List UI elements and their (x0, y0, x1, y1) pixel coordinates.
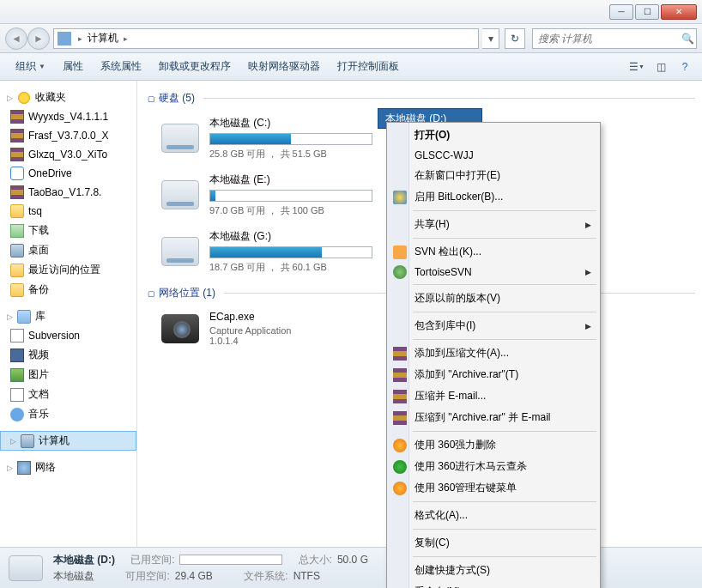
window-titlebar: ─ ☐ ✕ (0, 0, 702, 24)
status-subtitle: 本地磁盘 (53, 569, 94, 584)
status-used-label: 已用空间: (130, 553, 174, 567)
ctx-bitlocker[interactable]: 启用 BitLocker(B)... (389, 186, 598, 208)
ctx-add-archive[interactable]: 添加到压缩文件(A)... (389, 342, 598, 364)
archive-icon (393, 368, 407, 382)
ctx-share[interactable]: 共享(H)▶ (389, 214, 598, 235)
search-box[interactable]: 🔍 (532, 28, 697, 49)
ctx-add-archive-rar[interactable]: 添加到 "Archive.rar"(T) (389, 364, 598, 385)
document-icon (10, 329, 24, 342)
usage-bar (209, 190, 372, 202)
tree-item[interactable]: Frasf_V3.7.0.0_X (0, 126, 136, 145)
tree-network[interactable]: ▷网络 (0, 458, 136, 477)
library-icon (17, 310, 31, 324)
status-total-value: 50.0 G (337, 554, 368, 566)
computer-icon (57, 32, 71, 45)
status-fs-label: 文件系统: (244, 569, 287, 584)
ctx-copy[interactable]: 复制(C) (389, 532, 598, 554)
usage-bar (209, 133, 372, 145)
360-icon (393, 460, 407, 474)
uninstall-button[interactable]: 卸载或更改程序 (150, 56, 239, 77)
network-icon (17, 461, 31, 475)
tree-item[interactable]: Glxzq_V3.0_XiTo (0, 145, 136, 164)
ctx-svn-checkout[interactable]: SVN 检出(K)... (389, 241, 598, 263)
map-network-drive-button[interactable]: 映射网络驱动器 (239, 56, 329, 77)
item-title: ECap.exe (209, 311, 372, 323)
svn-icon (393, 246, 407, 259)
tree-item[interactable]: TaoBao_V1.7.8. (0, 183, 136, 202)
search-input[interactable] (533, 33, 679, 45)
tree-item[interactable]: 视频 (0, 345, 136, 365)
tree-item[interactable]: tsq (0, 202, 136, 221)
ctx-360-scan[interactable]: 使用 360进行木马云查杀 (389, 456, 598, 477)
ctx-zip-archive-email[interactable]: 压缩到 "Archive.rar" 并 E-mail (389, 407, 598, 428)
drive-free-text: 97.0 GB 可用 ， 共 100 GB (209, 204, 372, 217)
system-properties-button[interactable]: 系统属性 (92, 56, 150, 77)
ctx-restore-versions[interactable]: 还原以前的版本(V) (389, 288, 598, 309)
ctx-360-manage[interactable]: 使用 360管理右键菜单 (389, 477, 598, 499)
tree-item[interactable]: 音乐 (0, 404, 136, 424)
control-panel-button[interactable]: 打开控制面板 (329, 56, 408, 77)
back-button[interactable]: ◄ (5, 27, 27, 50)
command-toolbar: 组织▼ 属性 系统属性 卸载或更改程序 映射网络驱动器 打开控制面板 ☰▼ ◫ … (0, 53, 702, 81)
ctx-open[interactable]: 打开(O) (389, 124, 598, 146)
tree-item[interactable]: 图片 (0, 365, 136, 385)
ctx-zip-email[interactable]: 压缩并 E-mail... (389, 385, 598, 407)
ctx-glscc[interactable]: GLSCC-WJJ (389, 146, 598, 165)
status-title: 本地磁盘 (D:) (53, 553, 115, 567)
tree-item[interactable]: Subversion (0, 326, 136, 345)
tree-item[interactable]: 最近访问的位置 (0, 260, 136, 280)
help-icon[interactable]: ? (675, 57, 695, 77)
minimize-button[interactable]: ─ (609, 4, 633, 20)
search-icon[interactable]: 🔍 (679, 33, 696, 45)
ctx-tortoisesvn[interactable]: TortoiseSVN▶ (389, 263, 598, 282)
tree-item[interactable]: 文档 (0, 385, 136, 404)
usage-bar (209, 246, 372, 258)
360-icon (393, 439, 407, 452)
camera-icon (161, 314, 199, 343)
onedrive-icon (10, 167, 24, 180)
tree-item[interactable]: 桌面 (0, 240, 136, 260)
tree-item[interactable]: 备份 (0, 280, 136, 300)
preview-pane-icon[interactable]: ◫ (651, 57, 671, 77)
forward-button[interactable]: ► (27, 27, 50, 50)
status-fs-value: NTFS (294, 570, 320, 582)
tree-item[interactable]: 下载 (0, 221, 136, 240)
ctx-360-delete[interactable]: 使用 360强力删除 (389, 434, 598, 456)
shield-icon (393, 191, 407, 204)
ctx-format[interactable]: 格式化(A)... (389, 505, 598, 526)
properties-button[interactable]: 属性 (54, 56, 92, 77)
ctx-include-library[interactable]: 包含到库中(I)▶ (389, 315, 598, 336)
recent-icon (10, 264, 24, 277)
maximize-button[interactable]: ☐ (635, 4, 659, 20)
archive-icon (393, 347, 407, 361)
tree-favorites[interactable]: ▷收藏夹 (0, 88, 136, 107)
status-usage-bar (179, 555, 282, 565)
music-icon (10, 408, 24, 421)
drive-title: 本地磁盘 (G:) (209, 229, 372, 244)
tree-computer[interactable]: ▷计算机 (0, 431, 136, 451)
drive-free-text: 25.8 GB 可用 ， 共 51.5 GB (209, 148, 372, 161)
address-bar[interactable]: ▸ 计算机 ▸ (53, 28, 479, 49)
archive-icon (10, 148, 24, 161)
close-button[interactable]: ✕ (661, 4, 697, 20)
document-icon (10, 388, 24, 402)
ctx-rename[interactable]: 重命名(M) (389, 581, 598, 588)
view-menu-icon[interactable]: ☰▼ (626, 57, 647, 77)
refresh-button[interactable]: ↻ (505, 28, 525, 49)
status-avail-value: 29.4 GB (175, 570, 213, 582)
chevron-right-icon[interactable]: ▸ (120, 34, 131, 43)
archive-icon (10, 129, 24, 142)
tree-item[interactable]: OneDrive (0, 164, 136, 183)
tortoise-icon (393, 265, 407, 279)
drive-title: 本地磁盘 (C:) (209, 116, 372, 130)
chevron-right-icon[interactable]: ▸ (75, 34, 86, 43)
address-dropdown[interactable]: ▾ (482, 28, 499, 49)
breadcrumb-computer[interactable]: 计算机 (86, 31, 120, 45)
archive-icon (10, 110, 24, 124)
computer-icon (21, 434, 34, 448)
tree-item[interactable]: Wyyxds_V4.1.1.1 (0, 107, 136, 126)
organize-menu[interactable]: 组织▼ (7, 56, 54, 77)
ctx-new-window[interactable]: 在新窗口中打开(E) (389, 165, 598, 186)
ctx-create-shortcut[interactable]: 创建快捷方式(S) (389, 560, 598, 581)
tree-libraries[interactable]: ▷库 (0, 306, 136, 326)
